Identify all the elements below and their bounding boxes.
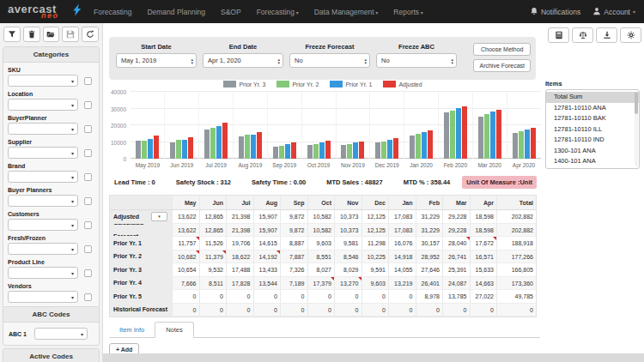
list-item[interactable]: 12781-10110 ANA xyxy=(546,103,639,114)
table-cell[interactable]: 7,666 xyxy=(172,277,199,290)
table-cell[interactable]: 0 xyxy=(199,290,227,303)
table-cell[interactable]: 21,398 xyxy=(226,224,253,237)
abc1-select[interactable]: ▾ xyxy=(34,328,88,340)
table-cell[interactable]: 13,219 xyxy=(388,277,416,290)
category-checkbox-buyerplanner[interactable] xyxy=(84,125,92,133)
table-cell[interactable]: 14,663 xyxy=(470,277,497,290)
table-cell[interactable]: 18,598 xyxy=(470,224,497,237)
table-cell[interactable]: 10,582 xyxy=(307,224,335,237)
toolbar-button-refresh[interactable] xyxy=(82,27,99,42)
category-select-vendors[interactable]: ▾ xyxy=(8,291,78,303)
table-cell[interactable]: 10,582 xyxy=(307,210,335,223)
list-item[interactable]: 12781-10110 BAK xyxy=(546,113,639,124)
table-cell[interactable]: 7,326 xyxy=(280,263,307,276)
table-cell[interactable]: 12,125 xyxy=(361,210,389,223)
table-cell[interactable]: 0 xyxy=(361,304,389,317)
table-cell[interactable]: 13,544 xyxy=(253,277,281,290)
toolbar-button-trash[interactable] xyxy=(23,27,40,42)
nav-item-forecasting-menu[interactable]: Forecasting ▾ xyxy=(257,8,299,16)
category-select-supplier[interactable]: ▾ xyxy=(8,147,78,159)
table-cell[interactable]: 9,581 xyxy=(334,237,361,250)
table-cell[interactable]: 18,622 xyxy=(226,250,253,263)
table-cell[interactable]: 14,055 xyxy=(388,263,416,276)
table-cell[interactable]: 8,546 xyxy=(334,250,361,263)
table-cell[interactable]: 11,379 xyxy=(199,250,227,263)
table-cell[interactable]: 15,907 xyxy=(253,224,281,237)
toolbar-button-folder-open[interactable] xyxy=(43,27,60,42)
table-cell[interactable]: 11,298 xyxy=(361,237,389,250)
table-cell[interactable]: 0 xyxy=(307,304,335,317)
select-start-date[interactable]: May 1, 2019▴▾ xyxy=(116,53,197,68)
toolbar-button-save[interactable] xyxy=(62,27,79,42)
table-cell[interactable]: 8,887 xyxy=(280,237,307,250)
table-cell[interactable]: 13,622 xyxy=(172,210,199,223)
table-cell[interactable]: 8,978 xyxy=(416,290,443,303)
table-cell[interactable]: 0 xyxy=(388,290,416,303)
table-cell[interactable]: 7,887 xyxy=(280,250,307,263)
table-cell[interactable]: 8,551 xyxy=(307,250,335,263)
table-cell[interactable]: 9,532 xyxy=(199,263,227,276)
table-cell[interactable]: 0 xyxy=(172,290,199,303)
action-button-download[interactable] xyxy=(596,27,617,43)
category-checkbox-vendors[interactable] xyxy=(84,293,92,301)
table-cell[interactable]: 0 xyxy=(172,304,199,317)
toolbar-button-filter[interactable] xyxy=(3,27,21,42)
table-cell[interactable]: 0 xyxy=(253,290,281,303)
table-cell[interactable]: 12,865 xyxy=(199,210,227,223)
action-button-gear[interactable] xyxy=(620,27,641,43)
table-cell[interactable]: 16,076 xyxy=(388,237,416,250)
table-cell[interactable]: 8,511 xyxy=(199,277,227,290)
table-cell[interactable]: 0 xyxy=(416,304,443,317)
adjusted-dropdown-button[interactable]: ▾ xyxy=(151,212,167,221)
select-end-date[interactable]: Apr 1, 2020▴▾ xyxy=(203,53,283,68)
table-cell[interactable]: 16,571 xyxy=(470,250,497,263)
table-cell[interactable]: 0 xyxy=(334,304,361,317)
account-menu[interactable]: Account ▾ xyxy=(592,7,635,17)
table-cell[interactable]: 8,029 xyxy=(334,263,361,276)
category-checkbox-customers[interactable] xyxy=(84,221,92,229)
table-cell[interactable]: 0 xyxy=(334,290,361,303)
archive-forecast-button[interactable]: Archive Forecast xyxy=(473,59,531,72)
table-cell[interactable]: 28,040 xyxy=(442,237,470,250)
category-checkbox-product-line[interactable] xyxy=(84,269,92,277)
table-cell[interactable]: 27,022 xyxy=(470,290,497,303)
table-cell[interactable]: 17,379 xyxy=(307,277,335,290)
category-select-buyer-planners[interactable]: ▾ xyxy=(8,195,78,207)
table-cell[interactable]: 30,157 xyxy=(416,237,443,250)
category-select-buyerplanner[interactable]: ▾ xyxy=(8,123,78,135)
legend-item-prior-yr-1[interactable]: Prior Yr. 1 xyxy=(330,81,372,87)
table-cell[interactable]: 27,646 xyxy=(416,263,443,276)
table-cell[interactable]: 11,757 xyxy=(172,237,199,250)
action-button-scale[interactable] xyxy=(572,27,593,43)
table-cell[interactable]: 0 xyxy=(307,290,335,303)
scrollbar-thumb[interactable] xyxy=(635,92,638,114)
table-cell[interactable]: 8,027 xyxy=(307,263,335,276)
table-cell[interactable]: 17,672 xyxy=(470,237,497,250)
table-cell[interactable]: 28,952 xyxy=(416,250,443,263)
table-cell[interactable]: 7,189 xyxy=(280,277,307,290)
category-checkbox-buyer-planners[interactable] xyxy=(84,197,92,205)
table-cell[interactable]: 0 xyxy=(442,304,470,317)
select-freeze-abc[interactable]: No▴▾ xyxy=(376,53,457,68)
table-cell[interactable]: 10,373 xyxy=(334,210,361,223)
legend-item-prior-yr-2[interactable]: Prior Yr. 2 xyxy=(276,81,319,87)
table-cell[interactable]: 10,225 xyxy=(361,250,389,263)
list-item[interactable]: 1400-101 ANA xyxy=(546,156,639,167)
table-cell[interactable]: 18,598 xyxy=(470,210,497,223)
tab-item-info[interactable]: Item Info xyxy=(109,323,155,337)
table-cell[interactable]: 0 xyxy=(280,304,307,317)
table-cell[interactable]: 13,433 xyxy=(253,263,281,276)
nav-item-data-management[interactable]: Data Management ▾ xyxy=(314,8,379,16)
table-cell[interactable]: 0 xyxy=(253,304,281,317)
table-cell[interactable]: 29,228 xyxy=(442,224,470,237)
list-item[interactable]: 1400-101 BAK xyxy=(546,167,639,170)
table-cell[interactable]: 9,591 xyxy=(361,263,389,276)
table-cell[interactable]: 13,785 xyxy=(442,290,470,303)
category-select-sku[interactable]: ▾ xyxy=(8,75,78,87)
table-cell[interactable]: 14,615 xyxy=(253,237,281,250)
list-item[interactable]: 12781-10110 ILL xyxy=(546,124,639,136)
table-cell[interactable]: 26,401 xyxy=(416,277,443,290)
category-checkbox-fresh-frozen[interactable] xyxy=(84,245,92,253)
table-cell[interactable]: 0 xyxy=(361,290,389,303)
table-cell[interactable]: 17,488 xyxy=(226,263,253,276)
